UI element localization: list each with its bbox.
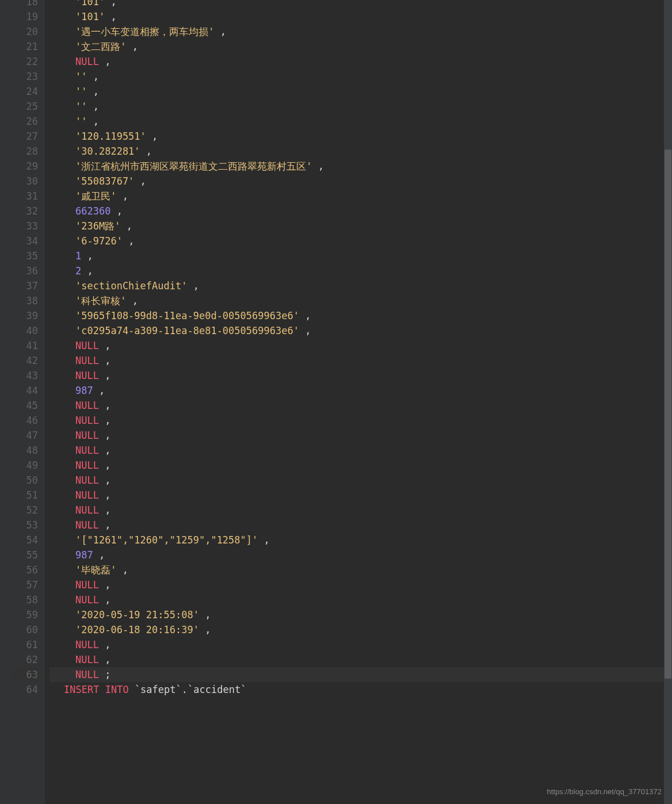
code-line[interactable]: NULL , <box>49 637 672 652</box>
code-line[interactable]: '' , <box>49 99 672 114</box>
line-number: 19 <box>12 9 38 24</box>
code-line[interactable]: '["1261","1260","1259","1258"]' , <box>49 533 672 548</box>
token-backtick: `safept` <box>135 684 182 695</box>
token-comma: , <box>187 280 198 292</box>
code-editor[interactable]: 1819202122232425262728293031323334353637… <box>0 0 672 804</box>
token-str: '6-9726' <box>75 235 123 247</box>
code-line[interactable]: NULL , <box>49 338 672 353</box>
token-null: NULL <box>75 474 99 486</box>
token-comma: , <box>87 71 98 82</box>
token-comma: , <box>110 205 122 217</box>
token-comma: , <box>99 400 110 411</box>
token-null: NULL <box>75 430 99 441</box>
token-str: '' <box>75 86 87 97</box>
line-number: 37 <box>12 278 38 293</box>
line-number: 18 <box>12 0 38 3</box>
token-comma: , <box>99 474 110 486</box>
token-null: NULL <box>75 400 99 411</box>
code-line[interactable]: NULL , <box>49 368 672 383</box>
code-line[interactable]: NULL ; <box>49 667 672 682</box>
code-line[interactable]: NULL , <box>49 413 672 428</box>
scrollbar-thumb[interactable] <box>665 150 671 679</box>
token-comma: , <box>116 190 128 202</box>
token-str: '101' <box>75 0 105 7</box>
token-comma: , <box>99 654 110 665</box>
line-number: 46 <box>12 413 38 428</box>
code-line[interactable]: '6-9726' , <box>49 233 672 248</box>
code-line[interactable]: '101' , <box>49 9 672 24</box>
code-line[interactable]: '科长审核' , <box>49 293 672 308</box>
line-number: 48 <box>12 443 38 458</box>
code-line[interactable]: 662360 , <box>49 204 672 219</box>
line-number: 32 <box>12 204 38 219</box>
code-area[interactable]: '101' ,'101' ,'遇一小车变道相擦，两车均损' ,'文二西路' ,N… <box>45 0 672 804</box>
line-number: 27 <box>12 129 38 144</box>
line-number: 60 <box>12 622 38 637</box>
code-line[interactable]: NULL , <box>49 398 672 413</box>
line-number: 39 <box>12 308 38 323</box>
code-line[interactable]: 'sectionChiefAudit' , <box>49 278 672 293</box>
code-line[interactable]: '236M路' , <box>49 219 672 233</box>
token-num: 987 <box>75 549 93 561</box>
code-line[interactable]: '毕晓磊' , <box>49 562 672 577</box>
code-line[interactable]: 'c0295a74-a309-11ea-8e81-0050569963e6' , <box>49 323 672 338</box>
code-line[interactable]: NULL , <box>49 353 672 368</box>
code-line[interactable]: '' , <box>49 84 672 99</box>
token-str: '55083767' <box>75 175 134 187</box>
token-comma: , <box>99 594 110 606</box>
token-comma: , <box>81 250 93 262</box>
line-number: 51 <box>12 488 38 503</box>
line-number: 30 <box>12 174 38 189</box>
line-number: 59 <box>12 607 38 622</box>
code-line[interactable]: NULL , <box>49 503 672 518</box>
line-number: 42 <box>12 353 38 368</box>
code-line[interactable]: INSERT INTO `safept`.`accident` <box>49 682 672 697</box>
code-line[interactable]: NULL , <box>49 428 672 443</box>
token-str: '5965f108-99d8-11ea-9e0d-0050569963e6' <box>75 310 299 321</box>
code-line[interactable]: NULL , <box>49 473 672 488</box>
code-line[interactable]: 1 , <box>49 248 672 263</box>
code-line[interactable]: '101' , <box>49 0 672 3</box>
code-line[interactable]: '文二西路' , <box>49 39 672 54</box>
code-line[interactable]: NULL , <box>49 518 672 533</box>
line-number: 26 <box>12 114 38 129</box>
code-line[interactable]: '5965f108-99d8-11ea-9e0d-0050569963e6' , <box>49 308 672 323</box>
token-comma: ; <box>99 669 110 680</box>
code-line[interactable]: '120.119551' , <box>49 129 672 144</box>
code-line[interactable]: '2020-05-19 21:55:08' , <box>49 607 672 622</box>
token-comma: , <box>87 116 98 127</box>
token-backtick: `accident` <box>188 684 246 695</box>
code-line[interactable]: NULL , <box>49 592 672 607</box>
scrollbar-track[interactable] <box>664 0 672 804</box>
line-number: 63 <box>12 667 38 682</box>
code-line[interactable]: 987 , <box>49 548 672 562</box>
code-line[interactable]: NULL , <box>49 443 672 458</box>
code-line[interactable]: '55083767' , <box>49 174 672 189</box>
code-line[interactable]: NULL , <box>49 488 672 503</box>
token-comma: , <box>299 310 311 321</box>
token-null: NULL <box>75 445 99 456</box>
watermark: https://blog.csdn.net/qq_37701372 <box>547 784 662 799</box>
code-line[interactable]: NULL , <box>49 652 672 667</box>
token-str: '2020-06-18 20:16:39' <box>75 624 199 635</box>
token-comma: , <box>99 579 110 591</box>
code-line[interactable]: 2 , <box>49 263 672 278</box>
code-line[interactable]: NULL , <box>49 577 672 592</box>
token-str: '戚卫民' <box>75 190 116 202</box>
token-comma: , <box>199 609 211 621</box>
code-line[interactable]: '遇一小车变道相擦，两车均损' , <box>49 24 672 39</box>
line-number: 49 <box>12 458 38 473</box>
code-line[interactable]: '' , <box>49 69 672 84</box>
code-line[interactable]: '30.282281' , <box>49 144 672 159</box>
code-line[interactable]: NULL , <box>49 458 672 473</box>
line-number: 44 <box>12 383 38 398</box>
code-line[interactable]: '戚卫民' , <box>49 189 672 204</box>
line-number: 62 <box>12 652 38 667</box>
code-line[interactable]: '浙江省杭州市西湖区翠苑街道文二西路翠苑新村五区' , <box>49 159 672 174</box>
line-number: 47 <box>12 428 38 443</box>
code-line[interactable]: '' , <box>49 114 672 129</box>
code-line[interactable]: 987 , <box>49 383 672 398</box>
token-null: NULL <box>75 415 99 426</box>
code-line[interactable]: '2020-06-18 20:16:39' , <box>49 622 672 637</box>
code-line[interactable]: NULL , <box>49 54 672 69</box>
